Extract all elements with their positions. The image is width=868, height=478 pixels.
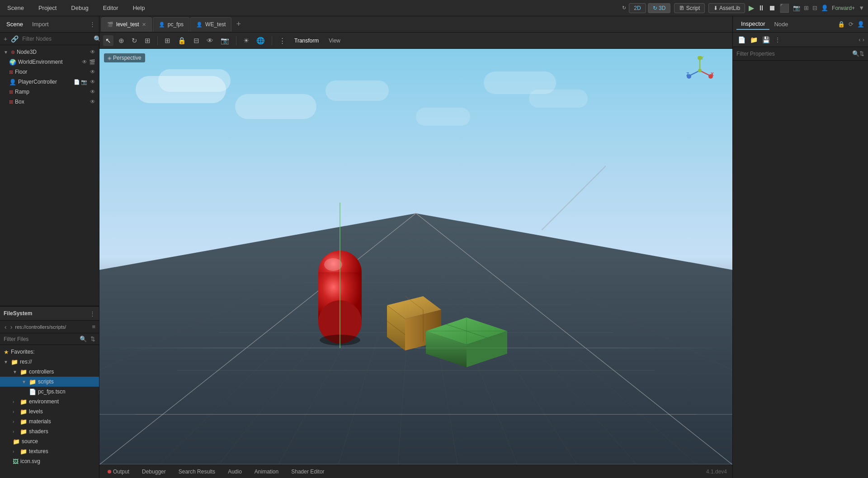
inspector-lock-icon[interactable]: 🔒 xyxy=(838,21,845,28)
fs-forward-button[interactable]: › xyxy=(9,322,14,331)
fs-item-textures[interactable]: › 📁 textures xyxy=(0,446,99,456)
move-tool[interactable]: ⊕ xyxy=(116,35,127,46)
add-tab-button[interactable]: + xyxy=(234,19,243,29)
output-tab[interactable]: Output xyxy=(105,468,132,476)
fs-item-icon-svg[interactable]: 🖼 icon.svg xyxy=(0,456,99,466)
fs-item-scripts[interactable]: ▼ 📁 scripts xyxy=(0,377,99,387)
more-options[interactable]: ⋮ xyxy=(277,35,288,46)
fs-item-shaders[interactable]: › 📁 shaders xyxy=(0,426,99,436)
stop-button[interactable]: ⏹ xyxy=(769,4,776,12)
visibility-icon-player[interactable]: 👁 xyxy=(90,79,95,85)
menu-bar: Scene Project Debug Editor Help ↻ 2D ↻ 3… xyxy=(0,0,868,16)
save-icon[interactable]: 💾 xyxy=(761,35,771,45)
movie-button[interactable]: ⬛ xyxy=(779,3,789,13)
tree-node-box[interactable]: ⊠ Box 👁 xyxy=(0,97,99,107)
view-button[interactable]: View xyxy=(325,36,344,45)
add-node-icon[interactable]: + xyxy=(4,35,7,43)
options-icon[interactable]: ⋮ xyxy=(773,35,782,45)
camera-button[interactable]: 📷 xyxy=(793,5,800,11)
tree-node-ramp[interactable]: ⊠ Ramp 👁 xyxy=(0,87,99,97)
person-button[interactable]: 👤 xyxy=(821,5,828,11)
sun-tool[interactable]: ☀ xyxy=(241,35,251,46)
fs-item-materials[interactable]: › 📁 materials xyxy=(0,416,99,426)
mode-3d-button[interactable]: ↻ 3D xyxy=(648,3,671,13)
play-button[interactable]: ▶ xyxy=(749,4,754,12)
open-file-icon[interactable]: 📁 xyxy=(749,35,759,45)
rotate-tool[interactable]: ↻ xyxy=(129,35,140,46)
visibility-icon-floor[interactable]: 👁 xyxy=(90,69,95,75)
debugger-tab[interactable]: Debugger xyxy=(139,468,169,476)
tab-pc-fps[interactable]: 👤 pc_fps xyxy=(153,17,189,32)
fs-list-view-icon[interactable]: ≡ xyxy=(92,323,95,330)
toolbar-sep-3 xyxy=(272,36,272,45)
fs-back-button[interactable]: ‹ xyxy=(4,322,8,331)
tree-node-worldenv[interactable]: 🌍 WorldEnvironment 👁 🎬 xyxy=(0,57,99,67)
fs-item-levels[interactable]: › 📁 levels xyxy=(0,407,99,416)
renderer-dropdown-icon[interactable]: ▼ xyxy=(859,5,864,11)
mode-2d-button[interactable]: 2D xyxy=(629,3,646,13)
visibility-icon-node3d[interactable]: 👁 xyxy=(90,49,95,55)
visibility-icon-ramp[interactable]: 👁 xyxy=(90,89,95,95)
scene-menu-icon[interactable]: ⋮ xyxy=(90,21,95,28)
shader-editor-tab[interactable]: Shader Editor xyxy=(288,468,327,476)
grid-tool[interactable]: ⊞ xyxy=(162,35,173,46)
menu-debug[interactable]: Debug xyxy=(67,3,92,13)
filter-nodes-input[interactable] xyxy=(22,36,90,42)
visibility-icon-box[interactable]: 👁 xyxy=(90,99,95,105)
select-tool[interactable]: ↖ xyxy=(103,35,113,46)
fs-search-icon[interactable]: 🔍 xyxy=(80,336,87,342)
scene-tab[interactable]: Scene xyxy=(4,20,26,28)
audio-tab[interactable]: Audio xyxy=(225,468,245,476)
script-button[interactable]: 🖹 Script xyxy=(674,3,705,13)
fs-item-environment[interactable]: › 📁 environment xyxy=(0,397,99,407)
gizmo[interactable]: Y X Z xyxy=(685,56,714,85)
link-icon[interactable]: 🔗 xyxy=(11,35,19,43)
perspective-indicator-icon: ◈ xyxy=(108,55,111,61)
fs-item-res[interactable]: ▼ 📁 res:// xyxy=(0,357,99,367)
filter-properties-input[interactable] xyxy=(736,51,852,57)
viewport[interactable]: ◈ Perspective Y X Z xyxy=(99,49,732,464)
animation-tab[interactable]: Animation xyxy=(252,468,281,476)
fs-item-pc-fps-tscn[interactable]: 📄 pc_fps.tscn xyxy=(0,387,99,397)
inspector-back-arrow[interactable]: ‹ xyxy=(859,36,860,43)
fs-header: FileSystem ⋮ xyxy=(0,306,99,321)
expand-button[interactable]: ⊞ xyxy=(804,5,809,11)
assetlib-button[interactable]: ⬇ AssetLib xyxy=(708,3,745,13)
menu-project[interactable]: Project xyxy=(35,3,60,13)
inspector-forward-arrow[interactable]: › xyxy=(863,36,864,43)
fs-menu-icon[interactable]: ⋮ xyxy=(90,310,95,317)
node-tab[interactable]: Node xyxy=(769,19,793,29)
lock-tool[interactable]: 🔒 xyxy=(175,35,189,46)
filter-sort-icon[interactable]: ⇅ xyxy=(859,50,864,57)
visibility-icon-worldenv[interactable]: 👁 xyxy=(82,59,87,65)
shrink-button[interactable]: ⊟ xyxy=(812,5,817,11)
inspector-tab[interactable]: Inspector xyxy=(736,19,769,30)
menu-scene[interactable]: Scene xyxy=(4,3,28,13)
menu-help[interactable]: Help xyxy=(129,3,149,13)
fs-item-controllers[interactable]: ▼ 📁 controllers xyxy=(0,367,99,377)
scale-tool[interactable]: ⊞ xyxy=(142,35,153,46)
new-script-icon[interactable]: 📄 xyxy=(736,35,747,45)
tab-level-test[interactable]: 🎬 level_test ✕ xyxy=(101,17,152,32)
group-tool[interactable]: ⊟ xyxy=(191,35,202,46)
tree-label-player: PlayerController xyxy=(18,79,72,85)
fs-item-source[interactable]: 📁 source xyxy=(0,436,99,446)
env-tool[interactable]: 🌐 xyxy=(254,35,267,46)
filter-search-icon[interactable]: 🔍 xyxy=(852,50,859,57)
inspector-person-icon[interactable]: 👤 xyxy=(857,21,864,28)
tab-close-level-test[interactable]: ✕ xyxy=(142,22,146,28)
import-tab[interactable]: Import xyxy=(29,20,52,28)
pause-button[interactable]: ⏸ xyxy=(758,4,765,12)
visibility-tool[interactable]: 👁 xyxy=(204,35,216,46)
search-results-tab[interactable]: Search Results xyxy=(176,468,218,476)
camera-tool[interactable]: 📷 xyxy=(218,35,231,46)
tree-node-floor[interactable]: ⊠ Floor 👁 xyxy=(0,67,99,77)
transform-button[interactable]: Transform xyxy=(291,36,322,45)
environment-expand-icon: › xyxy=(13,399,18,404)
fs-sort-icon[interactable]: ⇅ xyxy=(90,336,95,342)
inspector-history-icon[interactable]: ⟳ xyxy=(849,21,854,28)
tab-we-test[interactable]: 👤 WE_test xyxy=(190,17,231,32)
tree-node-player[interactable]: 👤 PlayerController 📄 📷 👁 xyxy=(0,77,99,87)
tree-node-node3d[interactable]: ▼ ⊗ Node3D 👁 xyxy=(0,47,99,57)
menu-editor[interactable]: Editor xyxy=(99,3,122,13)
